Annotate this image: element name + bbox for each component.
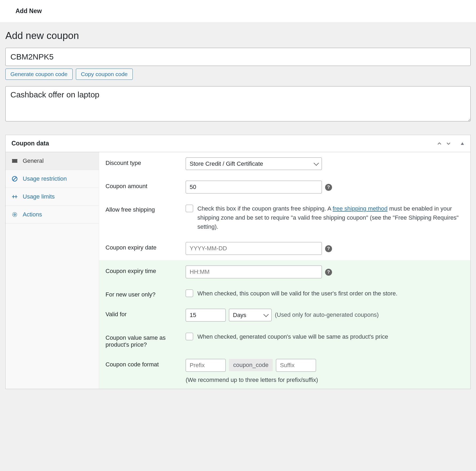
coupon-amount-label: Coupon amount — [106, 181, 186, 193]
same-as-price-hint: When checked, generated coupon's value w… — [197, 332, 388, 341]
expiry-time-input[interactable] — [186, 266, 322, 278]
help-icon[interactable]: ? — [325, 245, 332, 252]
coupon-code-input[interactable] — [5, 48, 471, 66]
tab-label: Actions — [23, 211, 42, 218]
free-shipping-label: Allow free shipping — [106, 204, 186, 231]
ticket-icon — [11, 158, 18, 164]
coupon-description-input[interactable]: Cashback offer on laptop — [5, 86, 471, 121]
new-user-label: For new user only? — [106, 289, 186, 298]
help-icon[interactable]: ? — [325, 269, 332, 276]
generate-coupon-button[interactable]: Generate coupon code — [5, 69, 73, 80]
valid-for-hint: (Used only for auto-generated coupons) — [275, 309, 379, 318]
gear-icon — [11, 211, 18, 218]
expiry-date-input[interactable] — [186, 242, 322, 255]
triangle-up-icon[interactable] — [460, 141, 465, 146]
new-user-hint: When checked, this coupon will be valid … — [197, 289, 397, 298]
svg-point-6 — [14, 214, 15, 215]
valid-for-label: Valid for — [106, 309, 186, 322]
tab-label: General — [23, 157, 44, 164]
expiry-time-label: Coupon expiry time — [106, 266, 186, 278]
discount-type-select[interactable]: Store Credit / Gift Certificate — [186, 157, 322, 170]
coupon-data-panel: Coupon data General — [5, 135, 471, 389]
tab-general[interactable]: General — [6, 152, 99, 170]
tab-label: Usage restriction — [23, 175, 67, 182]
same-as-price-checkbox[interactable] — [186, 333, 193, 340]
chevron-up-icon[interactable] — [437, 141, 442, 146]
expiry-date-label: Coupon expiry date — [106, 242, 186, 255]
ban-icon — [11, 176, 18, 182]
help-icon[interactable]: ? — [325, 184, 332, 191]
tab-actions[interactable]: Actions — [6, 206, 99, 224]
tab-usage-restriction[interactable]: Usage restriction — [6, 170, 99, 188]
valid-for-unit-select[interactable]: Days — [229, 309, 272, 321]
tab-usage-limits[interactable]: Usage limits — [6, 188, 99, 206]
add-new-heading: Add New — [15, 7, 42, 14]
valid-for-input[interactable] — [186, 309, 226, 322]
svg-line-1 — [13, 177, 16, 180]
panel-title: Coupon data — [11, 140, 49, 147]
copy-coupon-button[interactable]: Copy coupon code — [76, 69, 133, 80]
code-prefix-input[interactable] — [186, 359, 226, 372]
tab-label: Usage limits — [23, 193, 55, 200]
code-format-note: (We recommend up to three letters for pr… — [186, 377, 464, 383]
code-format-label: Coupon code format — [106, 359, 186, 383]
free-shipping-link[interactable]: free shipping method — [333, 205, 387, 212]
free-shipping-checkbox[interactable] — [186, 205, 193, 212]
page-title: Add new coupon — [5, 30, 471, 41]
discount-type-label: Discount type — [106, 157, 186, 170]
new-user-checkbox[interactable] — [186, 290, 193, 297]
code-format-mid: coupon_code — [229, 359, 273, 371]
chevron-down-icon[interactable] — [446, 141, 451, 146]
free-shipping-hint: Check this box if the coupon grants free… — [197, 204, 464, 231]
code-suffix-input[interactable] — [276, 359, 316, 372]
limits-icon — [11, 193, 18, 200]
coupon-amount-input[interactable] — [186, 181, 322, 193]
svg-point-5 — [13, 212, 17, 217]
same-as-price-label: Coupon value same as product's price? — [106, 332, 186, 348]
